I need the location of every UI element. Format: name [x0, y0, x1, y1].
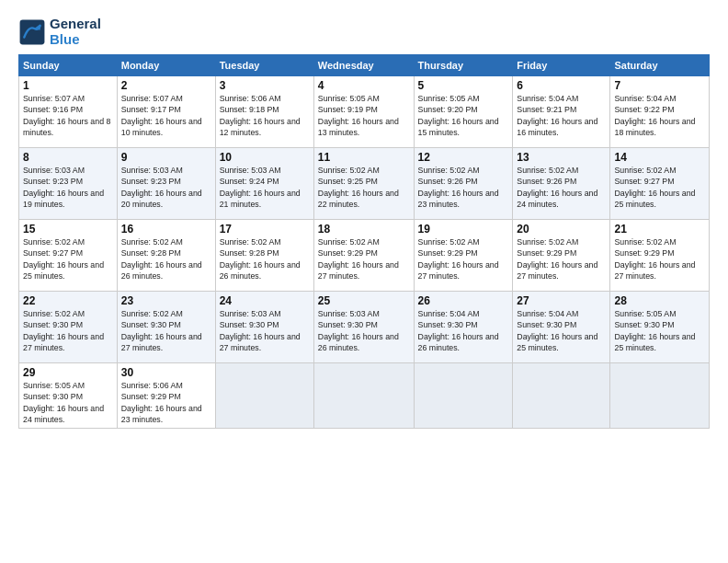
table-row: 18 Sunrise: 5:02 AMSunset: 9:29 PMDaylig… — [313, 220, 414, 292]
day-number: 21 — [614, 223, 705, 236]
day-number: 18 — [318, 223, 410, 236]
col-tuesday: Tuesday — [215, 55, 313, 76]
day-number: 5 — [418, 79, 509, 92]
table-row: 25 Sunrise: 5:03 AMSunset: 9:30 PMDaylig… — [313, 292, 414, 363]
table-row: 14 Sunrise: 5:02 AMSunset: 9:27 PMDaylig… — [610, 148, 710, 220]
day-number: 28 — [614, 294, 705, 307]
header: General Blue — [18, 17, 710, 47]
day-info: Sunrise: 5:07 AMSunset: 9:17 PMDaylight:… — [121, 93, 211, 138]
day-info: Sunrise: 5:04 AMSunset: 9:30 PMDaylight:… — [517, 308, 606, 353]
day-number: 11 — [318, 151, 410, 164]
logo-icon — [18, 18, 46, 46]
col-sunday: Sunday — [19, 55, 118, 76]
table-row: 3 Sunrise: 5:06 AMSunset: 9:18 PMDayligh… — [215, 76, 313, 148]
day-info: Sunrise: 5:02 AMSunset: 9:29 PMDaylight:… — [418, 236, 509, 282]
table-row: 8 Sunrise: 5:03 AMSunset: 9:23 PMDayligh… — [19, 148, 118, 220]
table-row: 1 Sunrise: 5:07 AMSunset: 9:16 PMDayligh… — [19, 76, 118, 148]
day-number: 20 — [517, 223, 606, 236]
day-info: Sunrise: 5:05 AMSunset: 9:20 PMDaylight:… — [418, 93, 509, 138]
table-row: 29 Sunrise: 5:05 AMSunset: 9:30 PMDaylig… — [19, 363, 118, 429]
day-info: Sunrise: 5:05 AMSunset: 9:19 PMDaylight:… — [318, 93, 410, 138]
table-row: 26 Sunrise: 5:04 AMSunset: 9:30 PMDaylig… — [414, 292, 513, 363]
day-info: Sunrise: 5:03 AMSunset: 9:30 PMDaylight:… — [318, 308, 410, 353]
table-row: 23 Sunrise: 5:02 AMSunset: 9:30 PMDaylig… — [117, 292, 215, 363]
calendar-table: Sunday Monday Tuesday Wednesday Thursday… — [18, 54, 710, 429]
calendar-week-row: 15 Sunrise: 5:02 AMSunset: 9:27 PMDaylig… — [19, 220, 710, 292]
calendar-week-row: 8 Sunrise: 5:03 AMSunset: 9:23 PMDayligh… — [19, 148, 710, 220]
table-row — [414, 363, 513, 429]
day-info: Sunrise: 5:02 AMSunset: 9:30 PMDaylight:… — [121, 308, 211, 353]
table-row: 22 Sunrise: 5:02 AMSunset: 9:30 PMDaylig… — [19, 292, 118, 363]
day-number: 2 — [121, 79, 211, 92]
table-row: 15 Sunrise: 5:02 AMSunset: 9:27 PMDaylig… — [19, 220, 118, 292]
table-row: 17 Sunrise: 5:02 AMSunset: 9:28 PMDaylig… — [215, 220, 313, 292]
day-number: 26 — [418, 294, 509, 307]
day-info: Sunrise: 5:06 AMSunset: 9:29 PMDaylight:… — [121, 380, 211, 425]
day-info: Sunrise: 5:02 AMSunset: 9:26 PMDaylight:… — [418, 165, 509, 210]
day-info: Sunrise: 5:02 AMSunset: 9:28 PMDaylight:… — [121, 236, 211, 282]
svg-rect-0 — [20, 19, 45, 44]
day-info: Sunrise: 5:03 AMSunset: 9:23 PMDaylight:… — [121, 165, 211, 210]
calendar-week-row: 22 Sunrise: 5:02 AMSunset: 9:30 PMDaylig… — [19, 292, 710, 363]
day-info: Sunrise: 5:06 AMSunset: 9:18 PMDaylight:… — [220, 93, 310, 138]
col-saturday: Saturday — [610, 55, 710, 76]
day-info: Sunrise: 5:02 AMSunset: 9:29 PMDaylight:… — [517, 236, 606, 282]
day-info: Sunrise: 5:04 AMSunset: 9:30 PMDaylight:… — [418, 308, 509, 353]
col-monday: Monday — [117, 55, 215, 76]
table-row: 9 Sunrise: 5:03 AMSunset: 9:23 PMDayligh… — [117, 148, 215, 220]
day-info: Sunrise: 5:02 AMSunset: 9:30 PMDaylight:… — [23, 308, 113, 353]
table-row: 30 Sunrise: 5:06 AMSunset: 9:29 PMDaylig… — [117, 363, 215, 429]
day-info: Sunrise: 5:05 AMSunset: 9:30 PMDaylight:… — [23, 380, 113, 425]
day-info: Sunrise: 5:04 AMSunset: 9:21 PMDaylight:… — [517, 93, 606, 138]
day-number: 4 — [318, 79, 410, 92]
table-row — [610, 363, 710, 429]
calendar-header-row: Sunday Monday Tuesday Wednesday Thursday… — [19, 55, 710, 76]
day-number: 22 — [23, 294, 113, 307]
day-info: Sunrise: 5:03 AMSunset: 9:23 PMDaylight:… — [23, 165, 113, 210]
table-row: 6 Sunrise: 5:04 AMSunset: 9:21 PMDayligh… — [513, 76, 610, 148]
day-number: 24 — [220, 294, 310, 307]
col-thursday: Thursday — [414, 55, 513, 76]
day-number: 29 — [23, 366, 113, 379]
table-row: 4 Sunrise: 5:05 AMSunset: 9:19 PMDayligh… — [313, 76, 414, 148]
table-row: 11 Sunrise: 5:02 AMSunset: 9:25 PMDaylig… — [313, 148, 414, 220]
day-number: 15 — [23, 223, 113, 236]
day-info: Sunrise: 5:03 AMSunset: 9:30 PMDaylight:… — [220, 308, 310, 353]
logo: General Blue — [18, 17, 101, 47]
table-row: 27 Sunrise: 5:04 AMSunset: 9:30 PMDaylig… — [513, 292, 610, 363]
day-number: 13 — [517, 151, 606, 164]
day-info: Sunrise: 5:04 AMSunset: 9:22 PMDaylight:… — [614, 93, 705, 138]
col-friday: Friday — [513, 55, 610, 76]
day-number: 7 — [614, 79, 705, 92]
day-number: 25 — [318, 294, 410, 307]
table-row: 5 Sunrise: 5:05 AMSunset: 9:20 PMDayligh… — [414, 76, 513, 148]
day-info: Sunrise: 5:03 AMSunset: 9:24 PMDaylight:… — [220, 165, 310, 210]
day-number: 9 — [121, 151, 211, 164]
day-number: 16 — [121, 223, 211, 236]
day-info: Sunrise: 5:02 AMSunset: 9:27 PMDaylight:… — [614, 165, 705, 210]
table-row: 7 Sunrise: 5:04 AMSunset: 9:22 PMDayligh… — [610, 76, 710, 148]
page: General Blue Sunday Monday Tuesday Wedne… — [0, 0, 728, 438]
col-wednesday: Wednesday — [313, 55, 414, 76]
table-row: 20 Sunrise: 5:02 AMSunset: 9:29 PMDaylig… — [513, 220, 610, 292]
day-info: Sunrise: 5:02 AMSunset: 9:29 PMDaylight:… — [614, 236, 705, 282]
calendar-week-row: 1 Sunrise: 5:07 AMSunset: 9:16 PMDayligh… — [19, 76, 710, 148]
day-number: 19 — [418, 223, 509, 236]
day-number: 10 — [220, 151, 310, 164]
day-number: 1 — [23, 79, 113, 92]
day-info: Sunrise: 5:07 AMSunset: 9:16 PMDaylight:… — [23, 93, 113, 138]
table-row: 13 Sunrise: 5:02 AMSunset: 9:26 PMDaylig… — [513, 148, 610, 220]
logo-text: General Blue — [50, 17, 101, 47]
day-number: 23 — [121, 294, 211, 307]
table-row: 16 Sunrise: 5:02 AMSunset: 9:28 PMDaylig… — [117, 220, 215, 292]
day-info: Sunrise: 5:02 AMSunset: 9:29 PMDaylight:… — [318, 236, 410, 282]
calendar-week-row: 29 Sunrise: 5:05 AMSunset: 9:30 PMDaylig… — [19, 363, 710, 429]
day-number: 30 — [121, 366, 211, 379]
table-row — [313, 363, 414, 429]
day-number: 6 — [517, 79, 606, 92]
day-info: Sunrise: 5:02 AMSunset: 9:27 PMDaylight:… — [23, 236, 113, 282]
day-info: Sunrise: 5:05 AMSunset: 9:30 PMDaylight:… — [614, 308, 705, 353]
table-row: 2 Sunrise: 5:07 AMSunset: 9:17 PMDayligh… — [117, 76, 215, 148]
day-number: 12 — [418, 151, 509, 164]
table-row: 19 Sunrise: 5:02 AMSunset: 9:29 PMDaylig… — [414, 220, 513, 292]
